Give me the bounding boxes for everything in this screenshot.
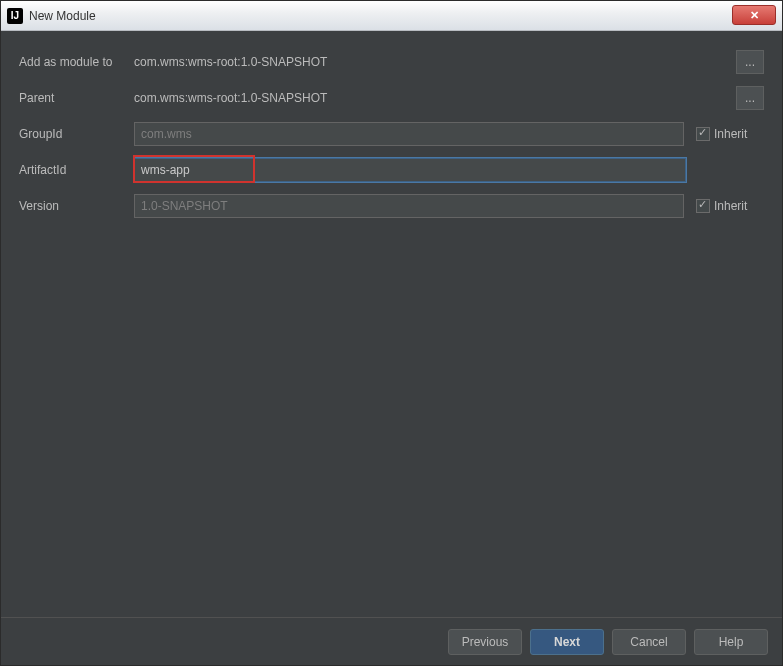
inherit-groupid-label: Inherit <box>714 127 747 141</box>
inherit-version[interactable]: Inherit <box>696 199 747 213</box>
label-parent: Parent <box>19 91 134 105</box>
inherit-version-checkbox[interactable] <box>696 199 710 213</box>
inherit-groupid-checkbox[interactable] <box>696 127 710 141</box>
row-add-module: Add as module to com.wms:wms-root:1.0-SN… <box>19 49 764 75</box>
help-button[interactable]: Help <box>694 629 768 655</box>
value-parent: com.wms:wms-root:1.0-SNAPSHOT <box>134 91 736 105</box>
label-version: Version <box>19 199 134 213</box>
label-artifactid: ArtifactId <box>19 163 134 177</box>
row-parent: Parent com.wms:wms-root:1.0-SNAPSHOT ... <box>19 85 764 111</box>
input-artifactid[interactable] <box>134 158 686 182</box>
row-artifactid: ArtifactId <box>19 157 764 183</box>
input-groupid[interactable] <box>134 122 684 146</box>
window-title: New Module <box>29 9 96 23</box>
footer: Previous Next Cancel Help <box>1 617 782 665</box>
close-button[interactable]: ✕ <box>732 5 776 25</box>
next-button[interactable]: Next <box>530 629 604 655</box>
browse-add-module-button[interactable]: ... <box>736 50 764 74</box>
form-area: Add as module to com.wms:wms-root:1.0-SN… <box>1 31 782 219</box>
inherit-version-label: Inherit <box>714 199 747 213</box>
app-icon: IJ <box>7 8 23 24</box>
label-add-module: Add as module to <box>19 55 134 69</box>
value-add-module: com.wms:wms-root:1.0-SNAPSHOT <box>134 55 736 69</box>
inherit-groupid[interactable]: Inherit <box>696 127 747 141</box>
label-groupid: GroupId <box>19 127 134 141</box>
row-groupid: GroupId Inherit <box>19 121 764 147</box>
input-version[interactable] <box>134 194 684 218</box>
browse-parent-button[interactable]: ... <box>736 86 764 110</box>
previous-button[interactable]: Previous <box>448 629 522 655</box>
row-version: Version Inherit <box>19 193 764 219</box>
cancel-button[interactable]: Cancel <box>612 629 686 655</box>
title-bar: IJ New Module ✕ <box>1 1 782 31</box>
